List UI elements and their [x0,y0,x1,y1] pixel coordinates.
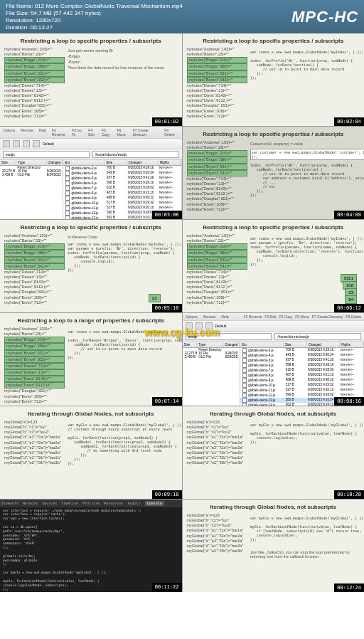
toolbar[interactable]: Default [0,139,182,149]
table-row[interactable]: globals-demo-8.js487 B9/28/2015 9:21:10r… [240,373,363,378]
slide-title: Restricting a loop to specific propertie… [187,131,360,137]
table-row[interactable]: globals-demo-6.js598 B9/28/2015 9:28:10r… [240,363,363,368]
timestamp: 00:05:10 [152,304,182,312]
tab-timeline[interactable]: Timeline [61,501,78,506]
menubar[interactable]: OptionsRemoteHelp F2 ReverseF4 EditF5 Co… [183,313,365,321]
table-row[interactable]: globals-demo-5.js937 B9/28/2015 9:41:26r… [240,358,363,363]
note: Just get names starting Br [68,48,177,53]
folder-icon[interactable] [3,140,10,147]
thumb-4: Restricting a loop to specific propertie… [183,127,365,219]
app-name: MPC-HC [291,8,358,26]
name-item: -Briggs [68,54,177,58]
timestamp: 00:12:24 [334,583,364,592]
menubar[interactable]: OptionsRemoteHelp F2 ReverseF3 Go ToF4 E… [0,127,182,139]
table-row[interactable]: 3,459 BOLD File8/24/2015 14:03 [0,173,63,176]
table-row[interactable]: globals-demo-5.js937 B9/28/2015 9:41:26r… [63,176,181,181]
table-row[interactable]: globals-demo-4.js643 B9/28/2015 9:30:24r… [240,353,363,358]
timestamp: 00:11:22 [152,583,182,592]
tab-profiles[interactable]: Profiles [82,501,100,506]
table-row[interactable]: 3,459 BOLD File8/24/2015 14:03 [183,355,240,359]
table-row[interactable]: globals-demo-3.js700 B9/28/2015 9:29:16r… [240,348,363,353]
fwd-icon[interactable] [23,140,30,147]
thumb-2: Restricting a loop to specific propertie… [183,33,365,126]
thumb-3: OptionsRemoteHelp F2 ReverseF3 Go ToF4 E… [0,127,182,219]
table-row[interactable]: globals-demo-9.js488 B9/28/2015 9:30:22r… [240,378,363,383]
thumb-1: Restricting a loop to specific propertie… [0,33,182,126]
refresh-icon[interactable] [33,140,40,147]
tab-elements[interactable]: Elements [1,501,18,506]
timestamp: 00:01:02 [152,117,182,126]
table-row[interactable]: globals-demo-6.js598 B9/28/2015 9:28:10r… [63,181,181,186]
table-row[interactable]: globals-demo-11.js527 B9/28/2015 9:20:10… [63,206,181,211]
tab-resources[interactable]: Resources [104,501,123,506]
note: Then fetch the data record for that inst… [68,65,177,70]
thumb-12: Iterating through Global Nodes, not subs… [183,500,365,592]
index-list: myIndex("Andrews",103)=""myIndex("Barton… [187,47,247,119]
tab-console[interactable]: Console [145,501,164,506]
table-row[interactable]: globals-demo-3.js700 B9/28/2015 9:29:16r… [63,166,181,171]
thumb-5: Restricting a loop to specific propertie… [0,220,182,312]
back-icon[interactable] [13,140,20,147]
tab-sources[interactable]: Sources [42,501,57,506]
slide-title: Restricting a loop to specific propertie… [187,38,360,44]
timestamp: 00:02:04 [334,117,364,126]
timestamp: 00:09:18 [152,490,182,499]
file-info: File Name: 012 More Complex GlobalNode T… [6,3,183,31]
table-row[interactable]: globals-demo-8.js487 B9/28/2015 9:21:10r… [63,191,181,196]
tab-audits[interactable]: Audits [128,501,141,506]
thumb-6: Restricting a loop to specific propertie… [183,220,365,312]
table-row[interactable]: globals-demo-9.js488 B9/28/2015 9:30:22r… [63,196,181,201]
header: File Name: 012 More Complex GlobalNode T… [0,0,364,33]
watermark: www.cg-ku.com [144,327,220,338]
table-row[interactable]: globals-demo-7.js610 B9/28/2015 9:28:02r… [63,186,181,191]
thumb-10: Iterating through Global Nodes, not subs… [183,406,365,499]
index-list: myIndex("Andrews",103)=""myIndex("Barton… [4,47,65,119]
timestamp: 00:06:12 [334,304,364,312]
timestamp: 00:07:14 [152,397,182,406]
table-row[interactable]: globals-demo-11.js527 B9/28/2015 9:20:10… [240,388,363,393]
tab-network[interactable]: Network [23,501,38,506]
timestamp: 00:03:06 [152,211,182,219]
breadcrumb[interactable]: /home/ubuntu/ewdjs [92,151,179,158]
path-bar[interactable]: ewdjs [3,151,90,158]
devtools-tabs[interactable]: ElementsNetworkSourcesTimelineProfilesRe… [0,500,182,507]
code: var index = new ewd.mumps.GlobalNode('my… [250,50,364,80]
table-row[interactable]: globals-demo-4.js643 B9/28/2015 9:30:24r… [63,171,181,176]
timestamp: 00:10:20 [334,490,364,499]
thumb-11: ElementsNetworkSourcesTimelineProfilesRe… [0,500,182,592]
table-row[interactable]: globals-demo-10.js517 B9/28/2015 9:29:32… [240,383,363,388]
name-item: -Bryant [68,60,177,64]
slide-title: Restricting a loop to specific propertie… [4,38,178,44]
timestamp: 00:08:16 [334,397,364,406]
table-row[interactable]: globals-demo-7.js610 B9/28/2015 9:28:02r… [240,368,363,373]
timestamp: 00:04:08 [334,211,364,219]
thumb-9: Iterating through Global Nodes, not subs… [0,406,182,499]
table-row[interactable]: globals-demo-10.js517 B9/28/2015 9:29:32… [63,201,181,206]
